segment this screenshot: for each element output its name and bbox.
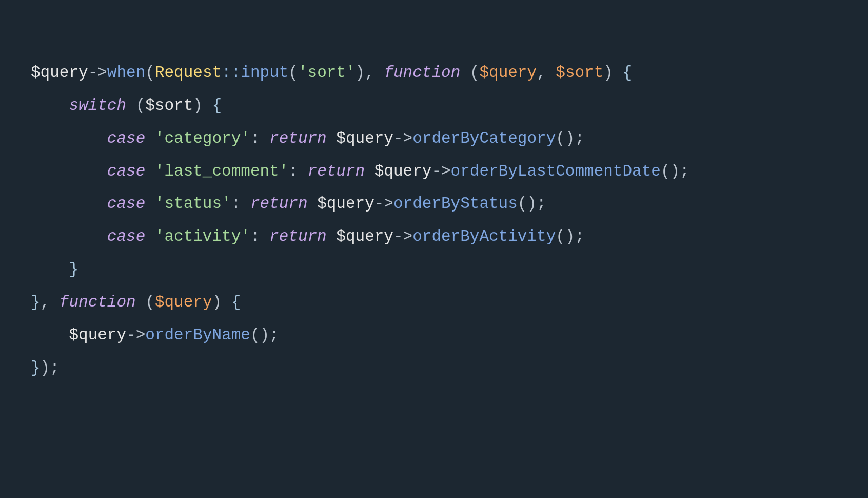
scope-op: :: xyxy=(222,64,241,82)
paren-open: ( xyxy=(126,97,145,114)
code-line: } xyxy=(31,260,78,278)
brace-close: } xyxy=(69,260,78,278)
method-input: input xyxy=(241,64,288,82)
colon: : xyxy=(250,227,269,245)
string-literal: 'status' xyxy=(155,195,231,213)
method-when: when xyxy=(107,64,145,82)
indent xyxy=(31,162,107,180)
indent xyxy=(31,326,69,344)
method-call: orderByLastCommentDate xyxy=(451,162,661,180)
paren-open: ( xyxy=(460,64,479,82)
paren-close: ) xyxy=(212,293,222,311)
var-query: $query xyxy=(336,227,393,245)
space xyxy=(145,129,155,147)
paren-close: ) xyxy=(193,97,203,114)
colon: : xyxy=(231,195,250,213)
space xyxy=(308,195,318,213)
call-end: (); xyxy=(556,129,584,147)
code-line: case 'category': return $query->orderByC… xyxy=(31,129,584,147)
call-end: (); xyxy=(556,227,584,245)
indent xyxy=(31,195,107,213)
var-query: $query xyxy=(317,195,374,213)
code-line: case 'status': return $query->orderBySta… xyxy=(31,195,546,213)
comma: , xyxy=(365,64,384,82)
space xyxy=(327,227,337,245)
var-query: $query xyxy=(336,129,393,147)
code-line: $query->orderByName(); xyxy=(31,326,279,344)
indent xyxy=(31,129,107,147)
arrow-op: -> xyxy=(126,326,145,344)
brace-close: } xyxy=(31,293,41,311)
code-block: $query->when(Request::input('sort'), fun… xyxy=(0,0,868,385)
paren-close: ) xyxy=(603,64,613,82)
keyword-switch: switch xyxy=(69,97,126,114)
code-line: }); xyxy=(31,359,60,377)
code-line: case 'last_comment': return $query->orde… xyxy=(31,162,689,180)
comma: , xyxy=(537,64,556,82)
keyword-function: function xyxy=(384,64,460,82)
keyword-case: case xyxy=(107,195,145,213)
space xyxy=(145,162,155,180)
paren-open: ( xyxy=(288,64,298,82)
method-call: orderByCategory xyxy=(412,129,556,147)
keyword-return: return xyxy=(308,162,365,180)
paren-open: ( xyxy=(145,64,155,82)
colon: : xyxy=(250,129,269,147)
var-query-hl: $query xyxy=(479,64,537,82)
call-end: (); xyxy=(250,326,279,344)
arrow-op: -> xyxy=(393,129,412,147)
space xyxy=(365,162,374,180)
arrow-op: -> xyxy=(88,64,107,82)
code-line: switch ($sort) { xyxy=(31,97,222,114)
comma: , xyxy=(41,293,60,311)
brace-open: { xyxy=(203,97,222,114)
indent xyxy=(31,260,69,278)
brace-open: { xyxy=(222,293,241,311)
code-line: }, function ($query) { xyxy=(31,293,241,311)
string-literal: 'last_comment' xyxy=(155,162,288,180)
method-call: orderByActivity xyxy=(412,227,556,245)
keyword-case: case xyxy=(107,227,145,245)
var-query: $query xyxy=(31,64,88,82)
paren-close: ) xyxy=(356,64,365,82)
code-line: case 'activity': return $query->orderByA… xyxy=(31,227,584,245)
paren-open: ( xyxy=(136,293,155,311)
var-query: $query xyxy=(374,162,432,180)
keyword-return: return xyxy=(269,227,327,245)
code-line: $query->when(Request::input('sort'), fun… xyxy=(31,64,632,82)
space xyxy=(145,227,155,245)
method-call: orderByStatus xyxy=(393,195,518,213)
keyword-case: case xyxy=(107,129,145,147)
keyword-return: return xyxy=(250,195,308,213)
string-literal: 'category' xyxy=(155,129,250,147)
arrow-op: -> xyxy=(374,195,393,213)
var-sort-hl: $sort xyxy=(556,64,603,82)
indent xyxy=(31,97,69,114)
keyword-function: function xyxy=(60,293,136,311)
brace-open: { xyxy=(613,64,632,82)
indent xyxy=(31,227,107,245)
method-call: orderByName xyxy=(145,326,250,344)
call-end: (); xyxy=(661,162,689,180)
string-literal: 'activity' xyxy=(155,227,250,245)
keyword-return: return xyxy=(269,129,327,147)
keyword-case: case xyxy=(107,162,145,180)
brace-close: } xyxy=(31,359,41,377)
space xyxy=(145,195,155,213)
arrow-op: -> xyxy=(431,162,450,180)
colon: : xyxy=(288,162,307,180)
space xyxy=(327,129,337,147)
class-request: Request xyxy=(155,64,222,82)
var-query: $query xyxy=(69,326,126,344)
var-query-hl: $query xyxy=(155,293,212,311)
call-end: (); xyxy=(518,195,546,213)
close-sem: ); xyxy=(41,359,60,377)
string-sort: 'sort' xyxy=(298,64,356,82)
arrow-op: -> xyxy=(393,227,412,245)
var-sort: $sort xyxy=(145,97,193,114)
